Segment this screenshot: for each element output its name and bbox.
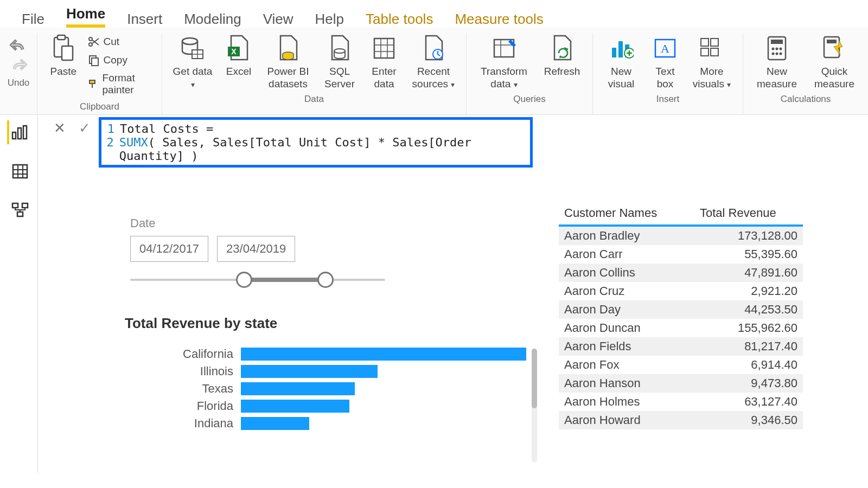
table-row[interactable]: Aaron Holmes63,127.40 — [559, 393, 803, 411]
bar-label: Indiana — [125, 416, 233, 431]
format-painter-button[interactable]: Format painter — [87, 72, 154, 96]
excel-icon: X — [224, 33, 254, 63]
new-measure-button[interactable]: New measure — [751, 33, 803, 91]
refresh-icon — [547, 33, 577, 63]
svg-point-31 — [772, 53, 775, 55]
svg-rect-17 — [618, 41, 623, 57]
table-row[interactable]: Aaron Duncan155,962.60 — [559, 319, 803, 337]
svg-rect-13 — [374, 38, 394, 58]
chevron-down-icon: ▾ — [451, 80, 455, 89]
recent-sources-label: Recent sources — [412, 66, 450, 89]
excel-label: Excel — [226, 66, 251, 78]
nav-data-view[interactable] — [7, 159, 31, 183]
clipboard-icon — [48, 33, 79, 63]
svg-rect-36 — [12, 132, 16, 139]
cell-revenue: 2,921.20 — [700, 284, 797, 298]
slider-thumb-left[interactable] — [236, 272, 252, 288]
quick-measure-label: Quick measure — [808, 66, 860, 91]
chart-scrollbar[interactable] — [532, 349, 537, 463]
more-visuals-button[interactable]: More visuals ▾ — [688, 33, 735, 91]
line-number: 1 — [106, 122, 114, 136]
chevron-down-icon: ▾ — [727, 80, 731, 89]
cell-revenue: 44,253.50 — [700, 303, 797, 317]
date-slider[interactable] — [130, 272, 385, 288]
pbi-datasets-button[interactable]: Power BI datasets — [262, 33, 314, 91]
bar-fill — [241, 382, 355, 395]
svg-point-33 — [780, 53, 782, 55]
excel-button[interactable]: X Excel — [221, 33, 257, 78]
table-row[interactable]: Aaron Collins47,891.60 — [559, 264, 803, 282]
bar-label: Illinois — [125, 364, 233, 378]
table-row[interactable]: Aaron Fox6,914.40 — [559, 356, 803, 374]
get-data-button[interactable]: Get data ▾ — [170, 33, 215, 91]
menu-insert[interactable]: Insert — [127, 11, 162, 28]
table-header-revenue[interactable]: Total Revenue — [700, 206, 797, 220]
sql-server-button[interactable]: SQL Server — [320, 33, 360, 91]
quick-measure-button[interactable]: Quick measure — [808, 33, 860, 91]
recent-sources-button[interactable]: Recent sources ▾ — [409, 33, 458, 91]
customer-revenue-table[interactable]: Customer Names Total Revenue Aaron Bradl… — [559, 202, 803, 429]
brush-icon — [87, 78, 99, 91]
format-painter-label: Format painter — [103, 72, 154, 96]
nav-model-view[interactable] — [7, 198, 31, 222]
table-row[interactable]: Aaron Carr55,395.60 — [559, 245, 803, 264]
bar-fill — [241, 400, 349, 413]
new-visual-button[interactable]: New visual — [601, 33, 642, 91]
formula-editor[interactable]: 1 Total Costs = 2 SUMX( Sales, Sales[Tot… — [99, 117, 533, 168]
cell-revenue: 155,962.60 — [700, 321, 797, 335]
svg-rect-25 — [711, 48, 718, 56]
cell-revenue: 173,128.00 — [700, 229, 797, 243]
table-row[interactable]: Aaron Hanson9,473.80 — [559, 374, 803, 393]
chevron-down-icon: ▾ — [514, 80, 518, 89]
clipboard-group-label: Clipboard — [80, 98, 119, 112]
menu-table-tools[interactable]: Table tools — [366, 11, 433, 28]
copy-button[interactable]: Copy — [87, 54, 154, 67]
get-data-label: Get data — [173, 66, 213, 77]
cut-button[interactable]: Cut — [87, 35, 154, 48]
cut-label: Cut — [104, 36, 120, 48]
undo-icon[interactable] — [9, 37, 28, 53]
table-row[interactable]: Aaron Day44,253.50 — [559, 300, 803, 319]
slider-thumb-right[interactable] — [317, 272, 334, 288]
enter-data-label: Enter data — [365, 66, 403, 91]
transform-data-button[interactable]: Transform data ▾ — [474, 33, 534, 91]
chart-title: Total Revenue by state — [125, 315, 526, 332]
cell-revenue: 55,395.60 — [700, 247, 797, 261]
cell-customer: Aaron Collins — [564, 266, 700, 280]
enter-data-button[interactable]: Enter data — [365, 33, 403, 91]
table-row[interactable]: Aaron Bradley173,128.00 — [559, 227, 803, 245]
pbi-datasets-icon — [273, 33, 303, 63]
date-from-input[interactable]: 04/12/2017 — [130, 236, 208, 262]
table-row[interactable]: Aaron Fields81,217.40 — [559, 337, 803, 356]
menu-view[interactable]: View — [263, 11, 293, 28]
paste-button[interactable]: Paste — [45, 33, 82, 78]
scrollbar-thumb[interactable] — [532, 349, 537, 408]
cell-customer: Aaron Fox — [564, 358, 700, 372]
text-box-icon: A — [650, 33, 680, 63]
redo-icon[interactable] — [9, 57, 28, 72]
menu-home[interactable]: Home — [66, 5, 105, 28]
formula-commit-button[interactable]: ✓ — [74, 117, 95, 139]
svg-rect-39 — [13, 165, 27, 178]
nav-report-view[interactable] — [7, 120, 31, 144]
table-row[interactable]: Aaron Cruz2,921.20 — [559, 282, 803, 300]
menu-modeling[interactable]: Modeling — [184, 11, 241, 28]
menu-file[interactable]: File — [22, 11, 44, 28]
svg-point-32 — [776, 53, 778, 55]
svg-point-12 — [334, 49, 345, 53]
cell-revenue: 47,891.60 — [700, 266, 797, 280]
cell-revenue: 6,914.40 — [700, 358, 797, 372]
text-box-button[interactable]: A Text box — [647, 33, 683, 91]
refresh-button[interactable]: Refresh — [539, 33, 585, 78]
svg-rect-6 — [92, 58, 98, 66]
revenue-by-state-chart[interactable]: Total Revenue by state California Illino… — [125, 315, 526, 431]
bar-row: Illinois — [125, 364, 526, 378]
formula-cancel-button[interactable]: ✕ — [49, 117, 71, 139]
date-to-input[interactable]: 23/04/2019 — [217, 236, 295, 262]
table-row[interactable]: Aaron Howard9,346.50 — [559, 411, 803, 429]
menu-measure-tools[interactable]: Measure tools — [455, 11, 543, 28]
insert-group-label: Insert — [656, 91, 680, 105]
menu-help[interactable]: Help — [315, 11, 344, 28]
paste-label: Paste — [50, 66, 76, 78]
table-header-customer[interactable]: Customer Names — [564, 206, 700, 220]
